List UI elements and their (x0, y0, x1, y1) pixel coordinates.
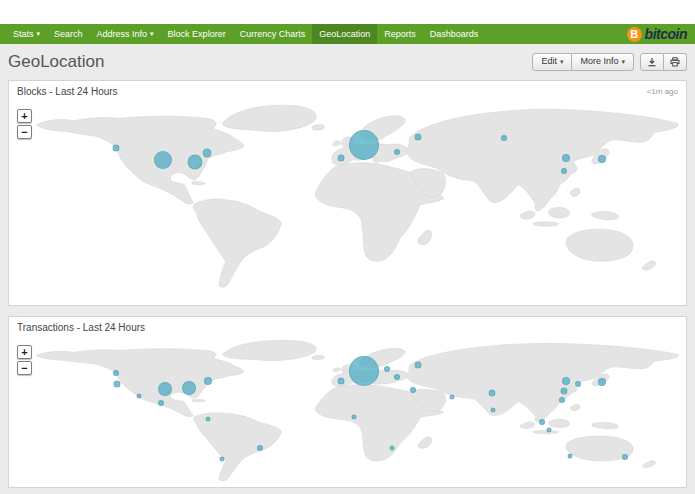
download-icon (647, 57, 657, 67)
zoom-in-button[interactable]: + (17, 109, 32, 123)
map-bubble (414, 361, 421, 368)
map-bubble (136, 393, 141, 398)
nav-item-dashboards[interactable]: Dashboards (423, 24, 486, 44)
map-bubble (113, 370, 119, 376)
map-bubble (337, 377, 344, 384)
transactions-panel: Transactions - Last 24 Hours + − (8, 316, 687, 488)
edit-button-label: Edit (541, 57, 557, 67)
map-bubble (561, 388, 568, 395)
map-bubble (449, 394, 454, 399)
zoom-control: + − (17, 109, 32, 139)
map-bubble (559, 397, 565, 403)
bitcoin-logo[interactable]: B bitcoin (627, 24, 689, 44)
map-bubble (414, 133, 421, 140)
nav-item-geolocation[interactable]: GeoLocation (312, 24, 377, 44)
bitcoin-coin-icon: B (627, 27, 642, 42)
map-bubble (575, 381, 581, 387)
map-bubble (567, 453, 572, 458)
chevron-down-icon: ▾ (37, 30, 41, 38)
map-bubble (188, 155, 203, 170)
map-bubble (501, 135, 507, 141)
navbar: Stats▾SearchAddress Info▾Block ExplorerC… (0, 24, 695, 44)
zoom-control: + − (17, 345, 32, 375)
map-bubble (598, 155, 606, 163)
nav-item-currency-charts[interactable]: Currency Charts (233, 24, 313, 44)
edit-button-group: Edit ▾ More Info ▾ (532, 53, 634, 71)
more-info-button[interactable]: More Info ▾ (572, 53, 634, 71)
transactions-panel-header: Transactions - Last 24 Hours (9, 317, 686, 337)
map-bubble (349, 356, 379, 386)
transactions-panel-title: Transactions - Last 24 Hours (17, 322, 145, 333)
blocks-panel: Blocks - Last 24 Hours <1m ago + − (8, 80, 687, 306)
map-bubble (219, 456, 224, 461)
more-info-button-label: More Info (580, 57, 618, 67)
map-bubble (546, 428, 551, 433)
screen: Stats▾SearchAddress Info▾Block ExplorerC… (0, 0, 695, 494)
blocks-panel-header: Blocks - Last 24 Hours <1m ago (9, 81, 686, 101)
map-bubble (622, 454, 628, 460)
map-bubble (337, 154, 344, 161)
map-bubble (351, 414, 356, 419)
blocks-map[interactable]: + − (9, 101, 686, 295)
page-title: GeoLocation (8, 52, 104, 72)
map-bubble (410, 387, 416, 393)
print-icon (670, 57, 680, 67)
nav-item-reports[interactable]: Reports (377, 24, 423, 44)
map-bubble (598, 378, 606, 386)
brand-name: bitcoin (645, 26, 687, 42)
map-bubble (257, 445, 263, 451)
download-button[interactable] (640, 53, 664, 71)
map-bubble (202, 148, 211, 157)
export-button-group (640, 53, 687, 71)
header-actions: Edit ▾ More Info ▾ (532, 53, 687, 71)
map-bubble (394, 374, 400, 380)
map-bubble (539, 419, 545, 425)
nav-item-stats[interactable]: Stats▾ (6, 24, 47, 44)
map-bubble (491, 407, 496, 412)
nav-item-address-info[interactable]: Address Info▾ (90, 24, 161, 44)
map-bubble (182, 381, 196, 395)
blocks-last-updated: <1m ago (647, 87, 678, 96)
edit-button[interactable]: Edit ▾ (532, 53, 572, 71)
nav-menu: Stats▾SearchAddress Info▾Block ExplorerC… (6, 24, 485, 44)
nav-item-search[interactable]: Search (47, 24, 90, 44)
map-bubble (384, 366, 390, 372)
transactions-bubbles-layer (9, 337, 686, 487)
map-bubble (158, 382, 172, 396)
map-bubble (394, 149, 400, 155)
map-bubble (489, 390, 496, 397)
map-bubble (561, 168, 567, 174)
map-bubble (562, 154, 570, 162)
map-bubble (154, 151, 172, 169)
chevron-down-icon: ▾ (150, 30, 154, 38)
zoom-out-button[interactable]: − (17, 361, 32, 375)
chevron-down-icon: ▾ (621, 58, 625, 66)
map-bubble (562, 377, 570, 385)
blocks-panel-title: Blocks - Last 24 Hours (17, 86, 118, 97)
map-bubble (112, 144, 119, 151)
chevron-down-icon: ▾ (560, 58, 564, 66)
map-bubble (114, 380, 121, 387)
blocks-bubbles-layer (9, 101, 686, 295)
transactions-map[interactable]: + − (9, 337, 686, 487)
zoom-out-button[interactable]: − (17, 125, 32, 139)
print-button[interactable] (664, 53, 687, 71)
map-bubble (206, 416, 211, 421)
map-bubble (204, 377, 212, 385)
zoom-in-button[interactable]: + (17, 345, 32, 359)
top-strip (0, 0, 695, 24)
page-header: GeoLocation Edit ▾ More Info ▾ (8, 52, 687, 72)
nav-item-block-explorer[interactable]: Block Explorer (161, 24, 233, 44)
map-bubble (389, 446, 394, 451)
content-area: GeoLocation Edit ▾ More Info ▾ (0, 44, 695, 494)
map-bubble (349, 130, 379, 160)
map-bubble (158, 400, 164, 406)
